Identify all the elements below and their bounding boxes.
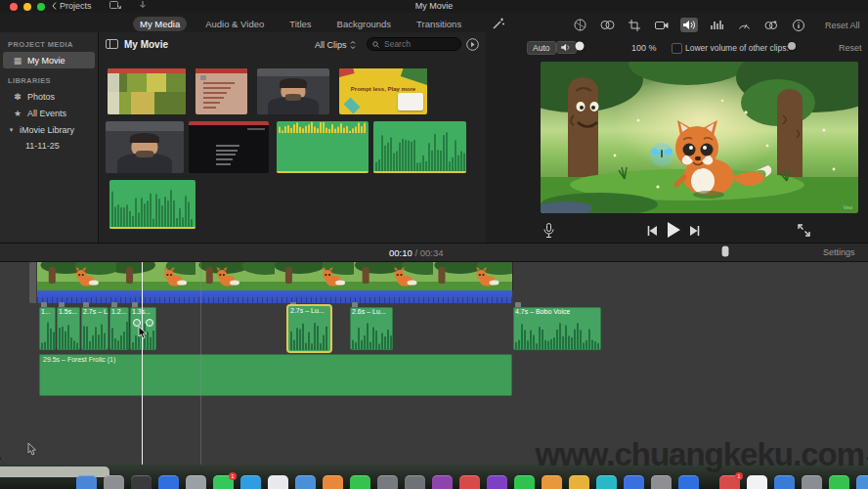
media-thumbnail-audio-yellowtop[interactable] — [277, 121, 369, 173]
dock-icon[interactable] — [459, 475, 480, 489]
dock-icon[interactable]: 1 — [719, 475, 740, 489]
dock-icon[interactable] — [802, 475, 822, 489]
timeline-audio-clip[interactable]: 2.7s – L... — [81, 307, 108, 350]
dock-icon[interactable] — [774, 475, 795, 489]
filmstrip-frame[interactable] — [354, 262, 434, 290]
sidebar-item-imovie-library[interactable]: ▾ iMovie Library — [3, 121, 95, 138]
timeline-settings-button[interactable]: Settings — [823, 247, 855, 257]
dock-icon[interactable]: 1 — [213, 475, 234, 489]
search-field[interactable] — [367, 37, 461, 51]
zoom-window-button[interactable] — [37, 3, 45, 11]
minimize-window-button[interactable] — [23, 3, 31, 11]
import-media-icon[interactable] — [109, 1, 121, 10]
filmstrip-frame[interactable] — [116, 262, 196, 290]
search-input[interactable] — [382, 38, 455, 50]
next-frame-button[interactable] — [690, 226, 701, 236]
dock-icon[interactable] — [856, 475, 868, 489]
record-voiceover-button[interactable] — [543, 223, 554, 239]
stabilization-icon[interactable] — [653, 18, 671, 32]
dock-icon[interactable] — [829, 475, 849, 489]
dock-icon[interactable] — [240, 475, 261, 489]
media-thumbnail-webcam[interactable] — [257, 68, 329, 114]
dock-icon[interactable] — [323, 475, 343, 489]
dock-icon[interactable] — [76, 475, 97, 489]
dock-icon[interactable] — [432, 475, 453, 489]
video-audio-track[interactable] — [37, 290, 512, 303]
play-button[interactable] — [667, 222, 681, 238]
tab-titles[interactable]: Titles — [282, 17, 318, 31]
timeline-audio-clip[interactable]: 2.7s – Lu... — [288, 306, 330, 351]
sidebar-item-photos[interactable]: ✽Photos — [3, 88, 95, 105]
dock-icon[interactable] — [268, 475, 288, 489]
timeline-audio-clip[interactable]: 1.5s... — [57, 307, 80, 350]
media-thumbnail-webcam[interactable] — [106, 121, 184, 173]
sidebar-item-11-11-25[interactable]: 11-11-25 — [0, 138, 98, 153]
dock-icon[interactable] — [186, 475, 206, 489]
timeline-audio-clip[interactable]: 2.6s – Lu... — [350, 307, 393, 350]
previous-frame-button[interactable] — [646, 226, 657, 236]
clip-filter-dropdown[interactable]: All Clips — [315, 40, 356, 50]
mute-button[interactable] — [556, 41, 577, 54]
dock-icon[interactable] — [569, 475, 589, 489]
dock-icon[interactable] — [377, 475, 398, 489]
timeline-audio-clip[interactable]: 1... — [39, 307, 56, 350]
media-thumbnail-collage[interactable] — [108, 68, 186, 114]
music-clip[interactable]: 29.5s – Forest Frolic (1) — [39, 354, 512, 396]
dock-icon[interactable] — [514, 475, 535, 489]
chevron-down-icon[interactable]: ▾ — [8, 126, 15, 134]
lower-volume-knob[interactable] — [788, 42, 796, 50]
dock-icon[interactable] — [747, 475, 767, 489]
reset-all-button[interactable]: Reset All — [825, 21, 860, 30]
timeline[interactable]: 1...1.5s...2.7s – L...1.2...1.3s...2.7s … — [0, 262, 868, 465]
playhead[interactable] — [142, 262, 143, 465]
timeline-audio-clip[interactable]: 1.2... — [109, 307, 129, 350]
auto-volume-button[interactable]: Auto — [527, 41, 556, 55]
close-window-button[interactable] — [10, 3, 18, 11]
filmstrip-frame[interactable] — [275, 262, 355, 290]
color-balance-icon[interactable] — [598, 18, 616, 32]
media-thumbnail-terminal[interactable] — [189, 121, 269, 173]
volume-adjust-icon[interactable] — [680, 18, 698, 32]
enhance-wand-icon[interactable] — [492, 17, 505, 30]
filmstrip-frame[interactable] — [37, 262, 117, 290]
effects-icon[interactable] — [762, 18, 780, 32]
dock[interactable]: 11 — [76, 475, 868, 489]
clip-appearance-button[interactable] — [466, 38, 479, 51]
dock-icon[interactable] — [651, 475, 672, 489]
lower-volume-checkbox[interactable] — [672, 43, 682, 54]
media-thumbnail-document[interactable] — [195, 68, 247, 114]
dock-icon[interactable] — [405, 475, 425, 489]
dock-icon[interactable] — [350, 475, 370, 489]
timeline-audio-clip[interactable]: 4.7s – Bobo Voice — [513, 307, 601, 350]
dock-icon[interactable] — [295, 475, 316, 489]
media-thumbnail-audio[interactable] — [109, 180, 195, 229]
tab-audio-video[interactable]: Audio & Video — [198, 17, 271, 31]
filmstrip-frame[interactable] — [195, 262, 276, 290]
info-icon[interactable] — [790, 18, 807, 32]
timeline-zoom-knob[interactable] — [722, 246, 729, 257]
fade-handle[interactable] — [146, 319, 153, 327]
sidebar-item-all-events[interactable]: ★All Events — [3, 105, 95, 121]
dock-icon[interactable] — [158, 475, 179, 489]
fullscreen-button[interactable] — [798, 224, 810, 237]
dock-icon[interactable] — [596, 475, 617, 489]
media-thumbnail-promo[interactable]: Prompt less, Play more — [339, 68, 427, 114]
color-correction-icon[interactable] — [571, 18, 588, 32]
download-icon[interactable] — [139, 1, 147, 11]
tab-my-media[interactable]: My Media — [133, 17, 187, 31]
dock-icon[interactable] — [131, 475, 152, 489]
noise-reduction-icon[interactable] — [708, 18, 725, 32]
tab-transitions[interactable]: Transitions — [410, 17, 468, 31]
reset-button[interactable]: Reset — [839, 43, 862, 53]
projects-back-button[interactable]: Projects — [52, 1, 92, 11]
filmstrip-frame[interactable] — [433, 262, 513, 290]
media-thumbnail-audio[interactable] — [373, 121, 466, 173]
volume-slider-knob[interactable] — [576, 42, 585, 51]
dock-icon[interactable] — [624, 475, 644, 489]
tab-backgrounds[interactable]: Backgrounds — [330, 17, 398, 31]
dock-icon[interactable] — [678, 475, 699, 489]
speed-icon[interactable] — [735, 18, 753, 32]
sidebar-item-my-movie[interactable]: ▦ My Movie — [3, 52, 95, 68]
video-preview[interactable]: Veo — [541, 62, 858, 213]
sidebar-toggle-icon[interactable] — [106, 39, 118, 49]
